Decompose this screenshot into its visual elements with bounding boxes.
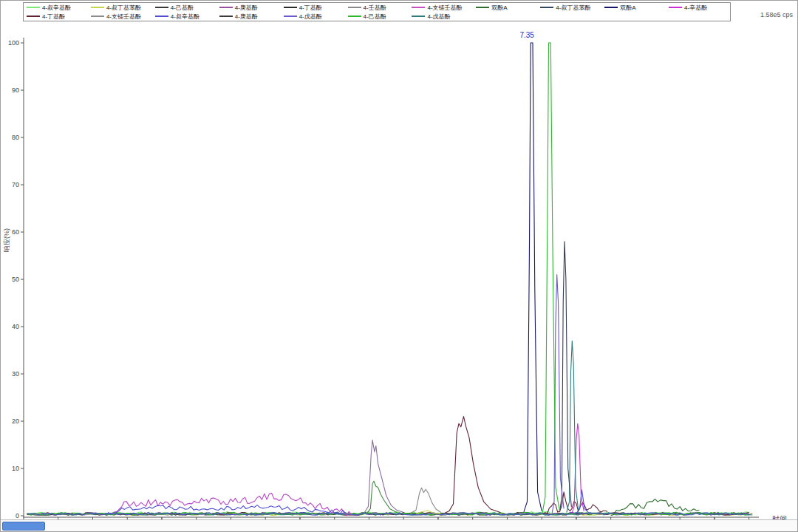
legend-label: 4-叔辛基酚 [42, 4, 71, 12]
legend-item: 4-壬基酚 [345, 4, 409, 12]
trace-peak-bisphenolA-navy-7.35 [524, 43, 542, 512]
legend-item: 4-支链壬基酚 [409, 4, 473, 12]
chromatogram-window: 4-叔辛基酚4-叔丁基苯酚4-己基酚4-庚基酚4-丁基酚4-壬基酚4-支链壬基酚… [0, 0, 798, 532]
legend-item: 4-辛基酚 [666, 4, 730, 12]
legend-label: 双酚A [491, 4, 507, 12]
legend: 4-叔辛基酚4-叔丁基苯酚4-己基酚4-庚基酚4-丁基酚4-壬基酚4-支链壬基酚… [23, 2, 731, 21]
legend-line-swatch [91, 16, 104, 17]
legend-line-swatch [604, 7, 618, 8]
legend-label: 4-戊基酚 [299, 13, 322, 21]
trace-peak-heptylphenol-5.07 [364, 440, 403, 514]
legend-label: 4-叔丁基苯酚 [556, 4, 590, 12]
legend-label: 4-己基酚 [171, 4, 194, 12]
trace-peak-pentylphenol-teal-7.93 [567, 341, 579, 512]
legend-item: 4-庚基酚 [216, 4, 281, 12]
legend-label: 4-丁基酚 [299, 4, 322, 12]
legend-item: 4-戊基酚 [409, 13, 473, 21]
legend-label: 4-支链壬基酚 [427, 4, 462, 12]
y-tick-label: 30 [12, 370, 19, 378]
legend-item: 4-戊基酚 [281, 13, 345, 21]
y-tick-label: 10 [12, 465, 19, 472]
chromatogram-plot[interactable]: 010203040506070809010002468107.35 [1, 1, 798, 532]
scrollbar-thumb[interactable] [2, 522, 45, 531]
legend-label: 4-辛基酚 [684, 4, 707, 12]
y-tick-label: 50 [12, 276, 19, 283]
legend-line-swatch [91, 7, 104, 8]
legend-item: 4-叔辛基酚 [24, 4, 88, 12]
legend-line-swatch [219, 7, 233, 8]
legend-line-swatch [284, 16, 297, 17]
legend-line-swatch [27, 7, 40, 8]
legend-line-swatch [348, 16, 361, 17]
legend-label: 4-庚基酚 [235, 13, 258, 21]
legend-label: 双酚A [620, 4, 635, 12]
legend-line-swatch [540, 7, 553, 8]
legend-line-swatch [412, 16, 425, 17]
y-tick-label: 70 [12, 181, 19, 188]
legend-label: 4-庚基酚 [235, 4, 258, 12]
legend-item: 4-支链壬基酚 [88, 13, 152, 21]
legend-item: 4-庚基酚 [216, 13, 281, 21]
legend-item: 4-叔丁基苯酚 [88, 4, 152, 12]
trace-hump-tert-octylphenol [108, 505, 346, 514]
y-tick-label: 20 [12, 417, 19, 425]
legend-label: 4-戊基酚 [427, 13, 450, 21]
legend-line-swatch [412, 7, 425, 8]
max-intensity-label: 1.58e5 cps [760, 11, 793, 18]
horizontal-scrollbar[interactable] [1, 519, 797, 531]
legend-line-swatch [27, 16, 40, 17]
legend-item: 双酚A [473, 4, 537, 12]
trace-peak-octylphenol-8.0 [572, 423, 584, 513]
legend-item: 双酚A [601, 4, 666, 12]
legend-line-swatch [348, 7, 361, 8]
y-tick-label: 80 [12, 134, 19, 141]
legend-line-swatch [284, 7, 297, 8]
legend-line-swatch [476, 7, 489, 8]
legend-line-swatch [155, 16, 168, 17]
trace-peak-nonylphenol-5.8 [411, 488, 441, 514]
legend-item: 4-叔辛基酚 [152, 13, 216, 21]
y-axis-label: 响应(%) [2, 228, 12, 252]
legend-label: 4-丁基酚 [42, 13, 65, 21]
legend-item: 4-己基酚 [152, 4, 216, 12]
trace-peak-butylphenol-6.38 [445, 417, 500, 514]
legend-line-swatch [155, 7, 168, 8]
legend-label: 4-叔辛基酚 [171, 13, 200, 21]
peak-rt-annotation: 7.35 [519, 31, 534, 39]
trace-peak-hexylphenol-5.08 [367, 481, 397, 514]
y-tick-label: 40 [12, 323, 19, 330]
y-tick-label: 0 [16, 512, 19, 519]
y-tick-label: 90 [12, 86, 19, 94]
legend-line-swatch [669, 7, 682, 8]
legend-label: 4-壬基酚 [364, 4, 386, 12]
legend-item: 4-丁基酚 [281, 4, 345, 12]
legend-label: 4-己基酚 [364, 13, 386, 21]
legend-label: 4-支链壬基酚 [106, 13, 141, 21]
legend-line-swatch [219, 16, 233, 17]
y-tick-label: 100 [8, 39, 19, 47]
legend-item: 4-叔丁基苯酚 [537, 4, 601, 12]
legend-item: 4-己基酚 [345, 13, 409, 21]
legend-label: 4-叔丁基苯酚 [106, 4, 141, 12]
y-tick-label: 60 [12, 228, 19, 236]
legend-item: 4-丁基酚 [24, 13, 88, 21]
